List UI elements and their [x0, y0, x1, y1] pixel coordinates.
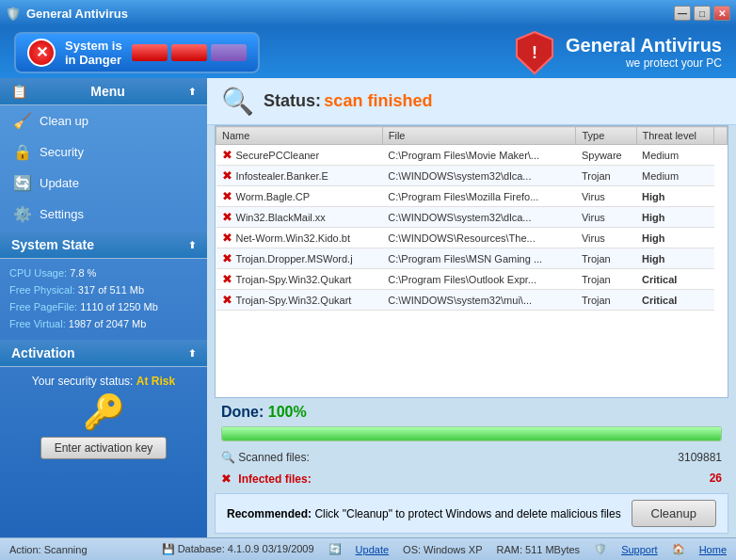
row-file: C:\WINDOWS\system32\dlca...: [382, 166, 576, 186]
row-threat-icon: ✖: [222, 168, 232, 183]
infected-files-row: ✖ Infected files:: [221, 472, 312, 486]
progress-bar-fill: [222, 427, 721, 440]
bottom-bar: Action: Scanning 💾 Database: 4.1.0.9 03/…: [0, 537, 736, 560]
sidebar-system-state-header: System State ⬆: [0, 232, 207, 259]
cleanup-button[interactable]: Cleanup: [632, 500, 716, 527]
home-link[interactable]: Home: [699, 544, 727, 555]
logo-title: General Antivirus: [566, 35, 722, 56]
done-label: Done:: [221, 404, 264, 420]
scan-icon-small: 🔍: [221, 451, 235, 464]
row-type: Virus: [576, 186, 636, 207]
free-physical-item: Free Physical: 317 of 511 Mb: [9, 281, 198, 298]
svg-text:!: !: [532, 43, 537, 62]
sidebar-activation-header: Activation ⬆: [0, 340, 207, 367]
row-type: Spyware: [576, 145, 636, 166]
db-label: Database:: [178, 543, 225, 554]
table-row: ✖SecurePCCleanerC:\Program Files\Movie M…: [216, 145, 728, 166]
table-row: ✖Net-Worm.Win32.Kido.btC:\WINDOWS\Resour…: [216, 228, 728, 248]
sidebar-item-update[interactable]: 🔄 Update: [0, 168, 207, 199]
row-threat-icon: ✖: [222, 210, 232, 224]
row-threat-level: High: [636, 207, 713, 228]
activation-content: Your security status: At Risk 🔑 Enter ac…: [0, 367, 207, 467]
free-virtual-label: Free Virtual:: [9, 318, 66, 329]
settings-label: Settings: [40, 207, 84, 221]
row-threat-icon: ✖: [222, 189, 232, 203]
sidebar-item-settings[interactable]: ⚙️ Settings: [0, 199, 207, 230]
system-state-header-label: System State: [11, 237, 94, 252]
row-threat-level: High: [636, 186, 713, 207]
row-type: Trojan: [576, 290, 636, 311]
recommended-text-area: Recommended: Click "Cleanup" to protect …: [227, 507, 621, 520]
support-link[interactable]: Support: [621, 544, 658, 555]
scan-table: Name File Type Threat level ✖SecurePCCle…: [216, 126, 728, 311]
cpu-label: CPU Usage:: [9, 267, 67, 279]
row-name: ✖Win32.BlackMail.xx: [216, 207, 383, 228]
row-threat-icon: ✖: [222, 293, 232, 307]
infected-label: Infected files:: [238, 472, 311, 486]
logo-shield: !: [515, 30, 554, 75]
col-scroll: [714, 127, 728, 145]
col-file: File: [382, 127, 576, 145]
system-state-content: CPU Usage: 7.8 % Free Physical: 317 of 5…: [0, 259, 207, 338]
infected-stats: ✖ Infected files: 26: [207, 468, 736, 489]
table-row: ✖Trojan-Spy.Win32.QukartC:\WINDOWS\syste…: [216, 290, 728, 311]
free-pagefile-label: Free PageFile:: [9, 301, 77, 312]
done-section: Done: 100%: [207, 398, 736, 424]
free-physical-value: 317 of 511 Mb: [78, 284, 144, 296]
collapse-icon[interactable]: ⬆: [188, 87, 196, 97]
key-icon: 🔑: [9, 392, 198, 432]
row-name: ✖Infostealer.Banker.E: [216, 166, 383, 186]
status-label: Status:: [264, 91, 321, 110]
sidebar-item-cleanup[interactable]: 🧹 Clean up: [0, 105, 207, 136]
free-pagefile-item: Free PageFile: 1110 of 1250 Mb: [9, 298, 198, 315]
maximize-button[interactable]: □: [694, 6, 711, 21]
home-icon: 🏠: [672, 543, 685, 555]
status-value: scan finished: [324, 91, 432, 110]
top-banner: ✕ System is in Danger ! General Antiviru…: [0, 26, 736, 78]
row-threat-level: Critical: [636, 269, 713, 290]
danger-bars: [132, 44, 247, 61]
row-threat-icon: ✖: [222, 231, 232, 245]
row-file: C:\WINDOWS\system32\dlca...: [382, 207, 576, 228]
row-type: Trojan: [576, 166, 636, 186]
row-threat-level: Critical: [636, 290, 713, 311]
update-link[interactable]: Update: [356, 544, 389, 555]
row-type: Trojan: [576, 248, 636, 269]
activate-button[interactable]: Enter activation key: [40, 437, 168, 459]
danger-bar-3: [211, 44, 247, 61]
security-status-value: At Risk: [136, 375, 175, 388]
cleanup-label: Clean up: [40, 114, 88, 128]
ram-info: RAM: 511 MBytes: [496, 544, 580, 555]
row-type: Virus: [576, 207, 636, 228]
title-bar-left: 🛡️ General Antivirus: [6, 7, 128, 21]
sidebar: 📋 Menu ⬆ 🧹 Clean up 🔒 Security 🔄 Update …: [0, 78, 207, 537]
row-threat-level: Medium: [636, 166, 713, 186]
scan-table-container[interactable]: Name File Type Threat level ✖SecurePCCle…: [215, 125, 728, 398]
app-title: General Antivirus: [26, 7, 128, 21]
activation-collapse-icon[interactable]: ⬆: [188, 348, 196, 359]
free-pagefile-value: 1110 of 1250 Mb: [80, 301, 158, 312]
row-name: ✖Worm.Bagle.CP: [216, 186, 383, 207]
danger-line2: in Danger: [65, 53, 122, 67]
danger-text: System is in Danger: [65, 39, 122, 67]
security-status-line: Your security status: At Risk: [9, 375, 198, 388]
minimize-button[interactable]: —: [674, 6, 691, 21]
close-button[interactable]: ✕: [713, 6, 730, 21]
system-state-collapse-icon[interactable]: ⬆: [188, 240, 196, 250]
scanned-label: Scanned files:: [238, 451, 309, 464]
sidebar-menu-header: 📋 Menu ⬆: [0, 78, 207, 105]
done-value: 100%: [268, 404, 307, 420]
row-name: ✖Net-Worm.Win32.Kido.bt: [216, 228, 383, 248]
row-name: ✖Trojan.Dropper.MSWord.j: [216, 248, 383, 269]
security-label: Security: [40, 145, 84, 159]
danger-icon: ✕: [27, 39, 56, 67]
col-type: Type: [576, 127, 636, 145]
danger-line1: System is: [65, 39, 122, 53]
sidebar-item-security[interactable]: 🔒 Security: [0, 136, 207, 168]
scanned-files-row: 🔍 Scanned files:: [221, 451, 310, 464]
security-status-label: Your security status:: [32, 375, 134, 388]
row-threat-icon: ✖: [222, 251, 232, 265]
sidebar-activation-section: Activation ⬆ Your security status: At Ri…: [0, 340, 207, 467]
free-physical-label: Free Physical:: [9, 284, 75, 296]
free-virtual-item: Free Virtual: 1987 of 2047 Mb: [9, 315, 198, 332]
